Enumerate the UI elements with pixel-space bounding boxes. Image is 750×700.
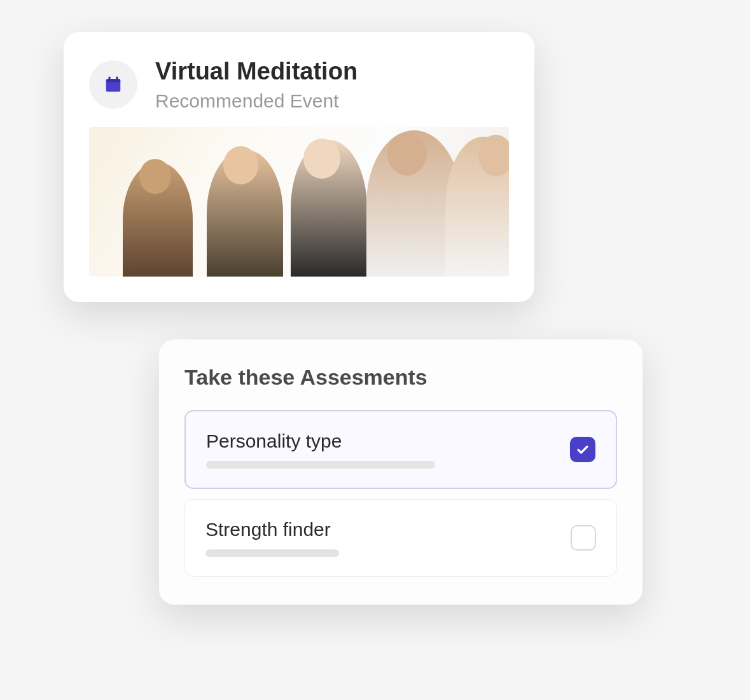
- assessment-item-strength-finder[interactable]: Strength finder: [184, 499, 617, 577]
- event-text: Virtual Meditation Recommended Event: [155, 57, 358, 112]
- assessment-checkbox[interactable]: [571, 525, 596, 551]
- assessment-checkbox[interactable]: [570, 437, 595, 462]
- svg-rect-1: [106, 79, 121, 82]
- assessments-heading: Take these Assesments: [184, 365, 617, 390]
- event-title: Virtual Meditation: [155, 57, 358, 86]
- assessment-content: Personality type: [206, 430, 570, 469]
- assessment-item-personality-type[interactable]: Personality type: [184, 410, 617, 489]
- event-header: Virtual Meditation Recommended Event: [64, 32, 534, 127]
- svg-rect-3: [116, 76, 118, 80]
- assessment-content: Strength finder: [205, 519, 571, 557]
- placeholder-bar: [205, 549, 339, 557]
- calendar-icon: [89, 60, 137, 109]
- placeholder-bar: [206, 461, 435, 469]
- svg-rect-2: [109, 76, 111, 80]
- assessment-label: Personality type: [206, 430, 570, 452]
- event-image: [89, 127, 509, 277]
- recommended-event-card[interactable]: Virtual Meditation Recommended Event: [64, 32, 534, 302]
- assessments-card: Take these Assesments Personality type S…: [159, 340, 642, 605]
- event-subtitle: Recommended Event: [155, 90, 358, 112]
- assessment-label: Strength finder: [205, 519, 571, 540]
- check-icon: [575, 442, 590, 457]
